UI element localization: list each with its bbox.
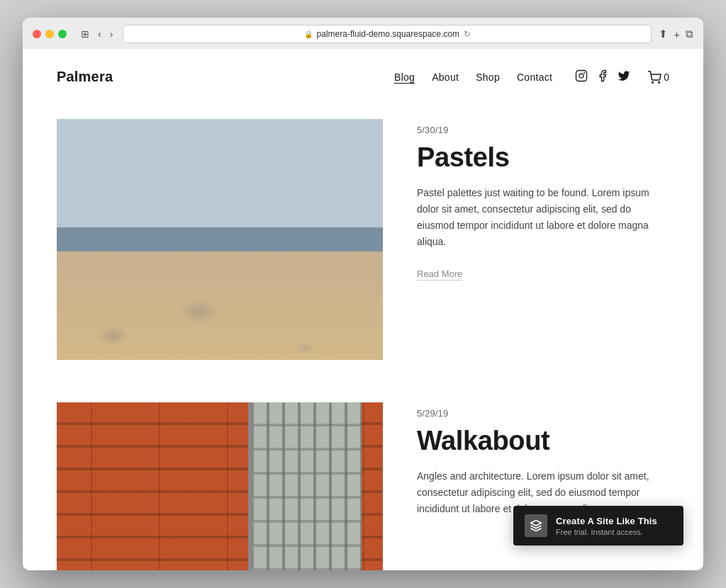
maximize-button[interactable] bbox=[58, 30, 67, 38]
forward-button[interactable]: › bbox=[107, 27, 116, 41]
browser-right-controls: ⬆ + ⧉ bbox=[659, 28, 693, 40]
svg-point-2 bbox=[584, 72, 585, 73]
new-tab-icon[interactable]: + bbox=[674, 28, 680, 40]
banner-sub-text: Free trial. Instant access. bbox=[556, 528, 657, 536]
post-date-pastels: 5/30/19 bbox=[417, 125, 669, 135]
post-excerpt-pastels: Pastel palettes just waiting to be found… bbox=[417, 185, 669, 250]
post-title-walkabout[interactable]: Walkabout bbox=[417, 426, 669, 457]
page-content: Palmera Blog About Shop Contact bbox=[23, 49, 703, 570]
blog-container: 5/30/19 Pastels Pastel palettes just wai… bbox=[23, 105, 703, 570]
svg-point-3 bbox=[652, 81, 654, 83]
social-links bbox=[575, 69, 630, 85]
tabs-icon[interactable]: ⧉ bbox=[686, 28, 693, 40]
nav-about[interactable]: About bbox=[432, 72, 459, 83]
instagram-icon[interactable] bbox=[575, 69, 588, 85]
post-image-pastels[interactable] bbox=[57, 119, 383, 360]
close-button[interactable] bbox=[33, 30, 41, 38]
svg-point-4 bbox=[659, 81, 660, 83]
nav-shop[interactable]: Shop bbox=[476, 72, 500, 83]
browser-chrome: ⊞ ‹ › 🔒 palmera-fluid-demo.squarespace.c… bbox=[23, 18, 703, 49]
svg-point-1 bbox=[579, 74, 583, 78]
window-element bbox=[248, 402, 362, 570]
post-info-pastels: 5/30/19 Pastels Pastel palettes just wai… bbox=[417, 119, 669, 280]
sidebar-toggle-button[interactable]: ⊞ bbox=[78, 27, 92, 41]
squarespace-logo bbox=[525, 514, 547, 537]
facebook-icon[interactable] bbox=[596, 69, 609, 85]
post-image-walkabout[interactable] bbox=[57, 402, 383, 570]
url-text: palmera-fluid-demo.squarespace.com bbox=[317, 29, 459, 39]
browser-controls: ⊞ ‹ › bbox=[78, 27, 116, 41]
blog-post-pastels: 5/30/19 Pastels Pastel palettes just wai… bbox=[57, 119, 669, 360]
lock-icon: 🔒 bbox=[304, 30, 313, 38]
back-button[interactable]: ‹ bbox=[95, 27, 104, 41]
minimize-button[interactable] bbox=[45, 30, 54, 38]
reload-icon[interactable]: ↻ bbox=[464, 29, 471, 39]
cart-count: 0 bbox=[664, 72, 669, 83]
share-icon[interactable]: ⬆ bbox=[659, 28, 668, 40]
nav-blog[interactable]: Blog bbox=[394, 72, 415, 83]
traffic-lights bbox=[33, 30, 67, 38]
banner-main-text: Create A Site Like This bbox=[556, 516, 657, 526]
browser-window: ⊞ ‹ › 🔒 palmera-fluid-demo.squarespace.c… bbox=[23, 18, 703, 570]
site-logo[interactable]: Palmera bbox=[57, 69, 113, 85]
site-nav: Blog About Shop Contact bbox=[394, 69, 669, 85]
svg-rect-0 bbox=[576, 70, 587, 81]
banner-text: Create A Site Like This Free trial. Inst… bbox=[556, 516, 657, 536]
pastels-image bbox=[57, 119, 383, 360]
post-title-pastels[interactable]: Pastels bbox=[417, 142, 669, 174]
nav-contact[interactable]: Contact bbox=[517, 72, 552, 83]
read-more-pastels[interactable]: Read More bbox=[417, 268, 462, 281]
cart-button[interactable]: 0 bbox=[647, 71, 669, 84]
walkabout-image bbox=[57, 402, 383, 570]
squarespace-banner[interactable]: Create A Site Like This Free trial. Inst… bbox=[513, 506, 683, 545]
address-bar[interactable]: 🔒 palmera-fluid-demo.squarespace.com ↻ bbox=[123, 25, 652, 43]
twitter-icon[interactable] bbox=[618, 69, 630, 85]
site-header: Palmera Blog About Shop Contact bbox=[23, 49, 703, 105]
post-date-walkabout: 5/29/19 bbox=[417, 408, 669, 419]
